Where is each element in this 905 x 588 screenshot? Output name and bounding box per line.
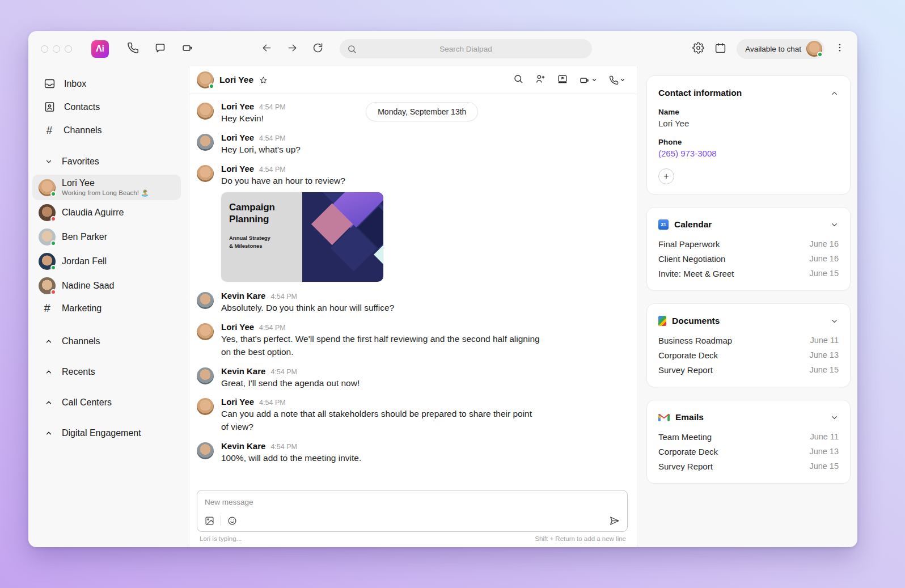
favorite-star-icon[interactable]: [259, 76, 268, 84]
screen-share-icon[interactable]: [557, 74, 568, 86]
avatar: [197, 165, 214, 182]
video-call-button[interactable]: [580, 75, 597, 86]
attachment-artwork: [302, 192, 383, 282]
add-field-button[interactable]: +: [658, 168, 674, 184]
favorite-item-nadine-saad[interactable]: Nadine Saad: [32, 274, 181, 298]
phone-icon[interactable]: [127, 42, 139, 56]
global-search[interactable]: [340, 39, 592, 58]
sidebar-item-label: Inbox: [64, 79, 86, 89]
online-status-dot: [50, 265, 56, 270]
calendar-icon[interactable]: [714, 42, 726, 56]
document-row[interactable]: Business RoadmapJune 11: [658, 333, 839, 348]
sidebar-section-label: Digital Engagement: [62, 428, 141, 438]
phone-icon: [609, 75, 619, 85]
attachment-card[interactable]: Campaign Planning Annual Strategy & Mile…: [221, 192, 383, 282]
calendar-event-row[interactable]: Client NegotiationJune 16: [658, 251, 839, 266]
sidebar-item-channels[interactable]: # Channels: [28, 119, 189, 142]
calendar-card: 31 Calendar Final PaperworkJune 16 Clien…: [646, 207, 851, 291]
avatar: [197, 103, 214, 120]
contact-avatar: [197, 71, 214, 88]
send-button[interactable]: [609, 515, 620, 526]
email-subject: Corporate Deck: [658, 447, 718, 456]
document-row[interactable]: Survey ReportJune 15: [658, 362, 839, 377]
search-input[interactable]: [340, 39, 592, 58]
attachment-subtitle-line1: Annual Strategy: [229, 234, 297, 242]
message: Kevin Kare4:54 PM 100%, will add to the …: [197, 441, 628, 465]
event-title: Client Negotiation: [658, 254, 725, 264]
online-status-dot: [209, 83, 214, 89]
sidebar-item-inbox[interactable]: Inbox: [28, 72, 189, 95]
online-status-dot: [817, 52, 823, 57]
availability-label: Available to chat: [745, 45, 801, 53]
message-author: Kevin Kare: [221, 441, 265, 451]
phone-field-label: Phone: [658, 138, 839, 146]
chevron-down-icon[interactable]: [830, 317, 839, 325]
forward-button[interactable]: [286, 42, 298, 56]
add-person-icon[interactable]: [535, 74, 545, 86]
top-bar: Λi Available to chat: [28, 31, 857, 66]
call-button[interactable]: [609, 75, 625, 85]
chat-panel: Lori Yee Monday, Sept: [189, 66, 637, 547]
favorite-name: Jordan Fell: [62, 256, 107, 266]
event-date: June 16: [809, 254, 839, 263]
favorite-status-message: Working from Long Beach! 🏝️: [62, 189, 149, 197]
document-date: June 13: [809, 350, 839, 359]
video-icon[interactable]: [181, 42, 194, 56]
chevron-up-icon[interactable]: [830, 89, 839, 98]
sidebar-section-call-centers[interactable]: Call Centers: [28, 387, 189, 418]
calendar-event-row[interactable]: Final PaperworkJune 16: [658, 236, 839, 251]
message-author: Lori Yee: [221, 101, 254, 111]
sidebar-section-recents[interactable]: Recents: [28, 357, 189, 387]
busy-status-dot: [50, 216, 56, 222]
emoji-icon[interactable]: [227, 516, 237, 526]
message: Lori Yee4:54 PM Do you have an hour to r…: [197, 164, 628, 284]
window-zoom-button[interactable]: [65, 45, 72, 53]
chevron-down-icon[interactable]: [830, 413, 839, 422]
email-row[interactable]: Corporate DeckJune 13: [658, 444, 839, 459]
favorite-item-jordan-fell[interactable]: Jordan Fell: [32, 249, 181, 273]
sidebar-item-contacts[interactable]: Contacts: [28, 95, 189, 119]
event-date: June 16: [809, 239, 839, 248]
inbox-icon: [44, 78, 56, 90]
favorite-item-ben-parker[interactable]: Ben Parker: [32, 225, 181, 249]
message-text: Can you add a note that all stakeholders…: [221, 408, 542, 434]
sidebar-section-channels[interactable]: Channels: [28, 326, 189, 357]
message-list[interactable]: Monday, September 13th Lori Yee4:54 PM H…: [189, 94, 637, 487]
chevron-up-icon: [45, 429, 53, 437]
hash-icon: #: [39, 302, 56, 315]
document-title: Survey Report: [658, 365, 713, 375]
sidebar-section-label: Call Centers: [62, 397, 112, 408]
attach-image-icon[interactable]: [205, 516, 214, 526]
settings-gear-icon[interactable]: [692, 42, 704, 56]
message-input[interactable]: [205, 498, 620, 506]
chat-icon[interactable]: [154, 42, 166, 56]
chevron-down-icon[interactable]: [830, 221, 839, 229]
availability-status-pill[interactable]: Available to chat: [737, 39, 824, 59]
avatar: [197, 292, 214, 309]
email-row[interactable]: Survey ReportJune 15: [658, 459, 839, 473]
phone-field-value[interactable]: (265) 973-3008: [658, 149, 839, 158]
message-composer[interactable]: [197, 490, 628, 532]
favorite-item-lori-yee[interactable]: Lori Yee Working from Long Beach! 🏝️: [32, 175, 181, 200]
contact-information-card: Contact information Name Lori Yee Phone …: [646, 75, 851, 194]
document-row[interactable]: Corporate DeckJune 13: [658, 348, 839, 362]
calendar-event-row[interactable]: Invite: Meet & GreetJune 15: [658, 266, 839, 281]
kebab-menu-icon[interactable]: [835, 43, 845, 55]
avatar: [39, 229, 56, 246]
window-minimize-button[interactable]: [53, 45, 60, 53]
sidebar-section-digital-engagement[interactable]: Digital Engagement: [28, 418, 189, 449]
email-subject: Survey Report: [658, 462, 713, 471]
avatar: [197, 134, 214, 151]
window-close-button[interactable]: [41, 45, 48, 53]
attachment-title: Campaign Planning: [229, 202, 297, 225]
chevron-up-icon: [45, 337, 53, 345]
message: Lori Yee4:54 PM Hey Lori, what's up?: [197, 133, 628, 156]
back-button[interactable]: [261, 42, 273, 56]
email-row[interactable]: Team MeetingJune 11: [658, 429, 839, 444]
favorites-group-header[interactable]: Favorites: [28, 149, 189, 174]
refresh-button[interactable]: [312, 42, 324, 56]
favorite-item-claudia-aguirre[interactable]: Claudia Aguirre: [32, 201, 181, 225]
sidebar-section-label: Channels: [62, 336, 100, 346]
search-in-chat-icon[interactable]: [513, 74, 523, 86]
favorite-item-marketing[interactable]: # Marketing: [32, 298, 181, 318]
